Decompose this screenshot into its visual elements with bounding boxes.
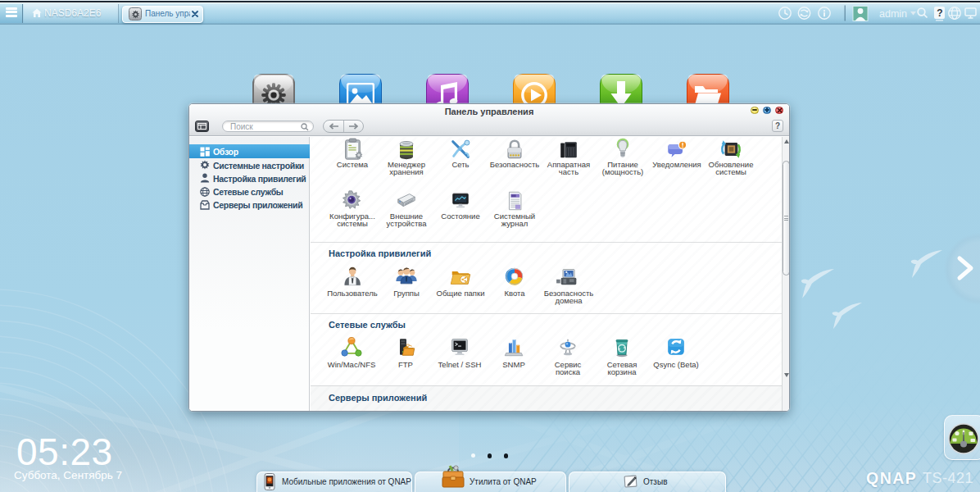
svg-text:?: ?	[937, 7, 942, 19]
svg-text:admin: admin	[879, 8, 907, 20]
